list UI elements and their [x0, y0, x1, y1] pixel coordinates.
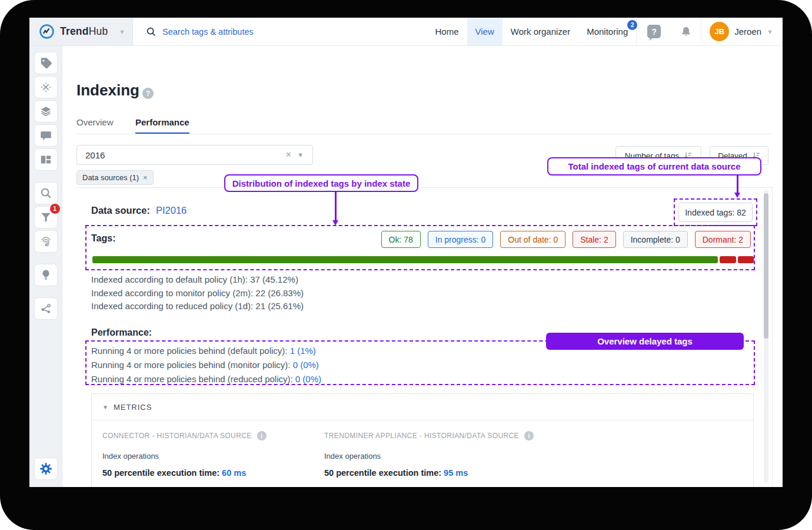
badge-ok[interactable]: Ok: 78: [381, 231, 421, 248]
filter-icon: [39, 211, 52, 224]
bar-segment: [738, 256, 754, 263]
tab-performance[interactable]: Performance: [135, 117, 189, 134]
datasource-filter-input[interactable]: 2016 × ▼: [76, 145, 313, 165]
performance-line: Running 4 or more policies behind (reduc…: [91, 372, 321, 386]
badge-in-progress[interactable]: In progress: 0: [428, 231, 494, 248]
sidebar-settings-button[interactable]: [34, 458, 58, 480]
comment-icon: [39, 129, 52, 142]
info-icon[interactable]: i: [524, 431, 534, 440]
info-icon[interactable]: i: [257, 431, 267, 440]
sidebar-comments-button[interactable]: [34, 124, 58, 147]
performance-line: Running 4 or more policies behind (monit…: [91, 358, 321, 372]
sidebar-dashboard-button[interactable]: [34, 148, 58, 171]
sidebar-layers-button[interactable]: [34, 100, 58, 122]
sidebar-search-button[interactable]: [34, 182, 58, 204]
data-source-label: Data source:: [91, 205, 150, 216]
metrics-column-appliance: TRENDMINER APPLIANCE - HISTORIAN/DATA SO…: [324, 431, 534, 478]
global-search[interactable]: Search tags & attributes: [133, 18, 427, 45]
nav-work-organizer[interactable]: Work organizer: [502, 18, 578, 45]
tags-label: Tags:: [91, 233, 115, 244]
badge-out-of-date[interactable]: Out of date: 0: [500, 231, 565, 248]
annotation-total-indexed: Total indexed tags of current data sourc…: [547, 157, 761, 175]
brand-logo[interactable]: TrendHub ▼: [29, 18, 133, 45]
data-sources-chip[interactable]: Data sources (1) ×: [76, 170, 154, 185]
user-menu[interactable]: JB Jeroen ▼: [701, 18, 783, 45]
sidebar-sparkles-button[interactable]: [34, 76, 58, 98]
nav-home[interactable]: Home: [427, 18, 467, 45]
metrics-column-connector: CONNECTOR - HISTORIAN/DATA SOURCE i Inde…: [102, 431, 267, 478]
metrics-title: METRICS: [114, 403, 152, 412]
top-bar: TrendHub ▼ Search tags & attributes Home…: [29, 18, 783, 46]
monitoring-count-badge: 2: [627, 20, 637, 30]
user-name: Jeroen: [734, 26, 761, 37]
search-icon: [146, 26, 157, 37]
sidebar-insights-button[interactable]: [34, 264, 58, 286]
user-dropdown-chevron-icon: ▼: [767, 28, 773, 35]
sparkles-icon: [39, 81, 52, 94]
left-sidebar: 1: [29, 46, 62, 487]
lightbulb-icon: [39, 269, 52, 281]
metrics-column-title: CONNECTOR - HISTORIAN/DATA SOURCE: [102, 432, 252, 440]
performance-lines: Running 4 or more policies behind (defau…: [91, 344, 321, 386]
metrics-column-title: TRENDMINER APPLIANCE - HISTORIAN/DATA SO…: [324, 432, 519, 440]
badge-incomplete[interactable]: Incomplete: 0: [623, 231, 688, 248]
brand-dropdown-chevron-icon[interactable]: ▼: [119, 28, 125, 35]
main-content: Indexing ? Overview Performance 2016 × ▼…: [62, 46, 783, 487]
tabs-divider: [76, 134, 773, 134]
trendhub-logo-icon: [39, 24, 55, 39]
annotation-distribution: Distribution of indexed tags by index st…: [224, 174, 418, 192]
policy-line: Indexed according to reduced policy (1d)…: [91, 300, 304, 313]
sidebar-tags-button[interactable]: [34, 52, 58, 74]
tags-distribution-bar: [92, 256, 754, 263]
filter-count-badge: 1: [50, 204, 60, 214]
tag-icon: [39, 57, 52, 69]
badge-dormant[interactable]: Dormant: 2: [695, 231, 751, 248]
metrics-subtitle: Index operations: [102, 452, 267, 461]
nav-monitoring[interactable]: Monitoring 2: [578, 18, 636, 45]
metrics-panel: ▼ METRICS CONNECTOR - HISTORIAN/DATA SOU…: [91, 393, 754, 487]
card-scrollbar-thumb[interactable]: [764, 193, 768, 339]
bell-icon: [680, 25, 693, 38]
nodes-icon: [39, 302, 52, 315]
metrics-stat: 50 percentile execution time: 95 ms: [324, 468, 534, 478]
brand-name: TrendHub: [60, 25, 114, 38]
data-source-link[interactable]: PI2016: [156, 205, 187, 216]
bar-segment: [92, 256, 718, 263]
page-title: Indexing: [76, 81, 139, 100]
page-help-icon[interactable]: ?: [142, 88, 154, 99]
badge-stale[interactable]: Stale: 2: [573, 231, 615, 248]
annotation-arrow: [737, 175, 738, 193]
settings-gear-icon: [39, 462, 53, 476]
filter-value: 2016: [85, 150, 283, 160]
fingerprint-icon: [39, 235, 52, 248]
sidebar-filter-button[interactable]: 1: [34, 206, 58, 228]
tab-overview[interactable]: Overview: [76, 117, 114, 127]
sidebar-context-button[interactable]: [34, 297, 58, 320]
policy-line: Indexed according to default policy (1h)…: [91, 273, 304, 287]
help-button[interactable]: ?: [637, 18, 671, 45]
nav-view[interactable]: View: [467, 18, 502, 45]
notifications-button[interactable]: [671, 18, 701, 45]
annotation-arrow: [335, 192, 337, 221]
policy-line: Indexed according to monitor policy (2m)…: [91, 287, 304, 300]
annotation-overview-delayed: Overview delayed tags: [546, 333, 744, 350]
metrics-stat: 50 percentile execution time: 60 ms: [102, 468, 267, 478]
policy-lines: Indexed according to default policy (1h)…: [91, 273, 304, 313]
main-nav: Home View Work organizer Monitoring 2: [427, 18, 636, 45]
app-window: TrendHub ▼ Search tags & attributes Home…: [29, 18, 783, 487]
collapse-chevron-icon: ▼: [102, 404, 108, 410]
metrics-header[interactable]: ▼ METRICS: [92, 394, 753, 420]
help-icon: ?: [647, 25, 661, 38]
filter-dropdown-chevron-icon[interactable]: ▼: [294, 151, 307, 158]
data-source-row: Data source: PI2016: [91, 205, 187, 216]
clear-filter-icon[interactable]: ×: [283, 150, 294, 160]
search-placeholder: Search tags & attributes: [162, 27, 254, 37]
chip-label: Data sources (1): [82, 173, 139, 182]
search-icon: [39, 187, 52, 200]
performance-line: Running 4 or more policies behind (defau…: [91, 344, 321, 358]
sidebar-fingerprint-button[interactable]: [34, 230, 58, 253]
indexed-tags-value: Indexed tags: 82: [678, 203, 753, 222]
layers-icon: [39, 105, 52, 118]
avatar: JB: [710, 22, 729, 41]
chip-remove-icon[interactable]: ×: [143, 173, 148, 182]
